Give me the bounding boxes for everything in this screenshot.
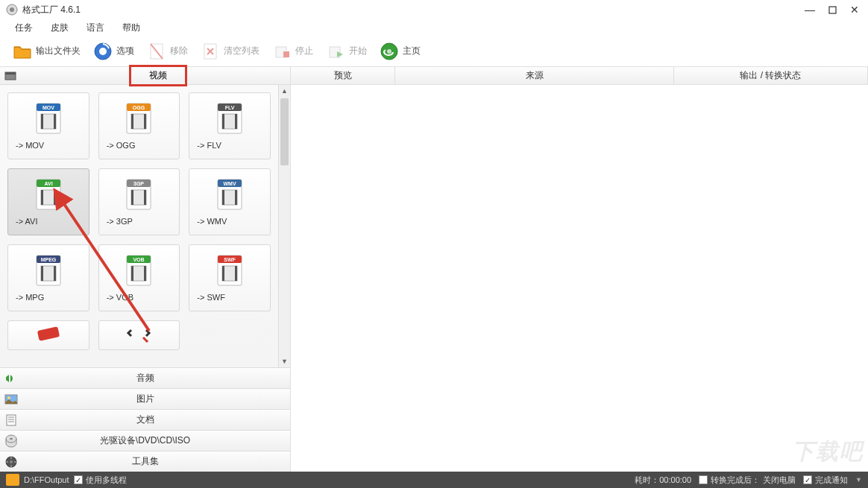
after-convert-option[interactable]: 转换完成后： 关闭电脑 — [699, 475, 796, 486]
menu-tasks[interactable]: 任务 — [7, 20, 40, 36]
format-label: -> 3GP — [107, 217, 133, 226]
column-output-status[interactable]: 输出 / 转换状态 — [674, 67, 868, 84]
svg-rect-37 — [41, 190, 43, 205]
notify-checkbox[interactable]: ✓ — [803, 475, 812, 484]
svg-rect-49 — [222, 190, 224, 205]
svg-point-78 — [10, 437, 13, 440]
format-icon-vob: VOB — [122, 254, 155, 287]
svg-text:WMV: WMV — [224, 181, 236, 186]
category-header-video[interactable]: 视频 — [0, 67, 290, 85]
svg-text:3GP: 3GP — [133, 181, 144, 186]
close-button[interactable]: ✕ — [850, 5, 859, 14]
remove-label: 移除 — [170, 45, 188, 57]
svg-rect-38 — [54, 190, 56, 205]
format-item-ogg[interactable]: OGG -> OGG — [98, 92, 180, 159]
format-label: -> FLV — [197, 141, 221, 150]
svg-text:VOB: VOB — [133, 257, 145, 262]
dropdown-icon[interactable]: ▼ — [855, 476, 862, 484]
scroll-thumb[interactable] — [280, 98, 289, 165]
table-body[interactable] — [291, 85, 868, 472]
svg-rect-69 — [37, 326, 60, 341]
format-icon-flv: FLV — [213, 102, 246, 135]
menu-help[interactable]: 帮助 — [115, 20, 148, 36]
svg-rect-61 — [131, 266, 133, 281]
format-item-avi[interactable]: AVI -> AVI — [7, 168, 89, 235]
svg-rect-67 — [222, 266, 224, 281]
left-panel: 视频 MOV -> MOV OGG — [0, 67, 291, 472]
format-icon-partial — [122, 324, 155, 346]
format-label: -> WMV — [197, 217, 227, 226]
scrollbar-vertical[interactable]: ▲ ▼ — [278, 85, 290, 367]
format-item-flv[interactable]: FLV -> FLV — [189, 92, 271, 159]
svg-rect-9 — [283, 51, 289, 57]
after-convert-value: 关闭电脑 — [763, 475, 796, 486]
category-disc-label: 光驱设备\DVD\CD\ISO — [100, 434, 190, 447]
menu-language[interactable]: 语言 — [79, 20, 112, 36]
remove-button[interactable]: 移除 — [142, 38, 192, 65]
output-folder-button[interactable]: 输出文件夹 — [7, 38, 85, 65]
after-convert-label: 转换完成后： — [711, 475, 760, 486]
format-item-partial[interactable] — [7, 320, 89, 350]
format-label: -> OGG — [107, 141, 136, 150]
notify-option[interactable]: ✓ 完成通知 — [803, 475, 848, 486]
disc-icon — [4, 434, 18, 448]
menu-skin[interactable]: 皮肤 — [43, 20, 76, 36]
options-icon — [92, 41, 113, 62]
svg-text:MOV: MOV — [43, 105, 54, 110]
scroll-down-arrow-icon[interactable]: ▼ — [279, 355, 290, 367]
format-item-wmv[interactable]: WMV -> WMV — [189, 168, 271, 235]
home-button[interactable]: 主页 — [374, 38, 425, 65]
format-icon-avi: AVI — [32, 178, 65, 211]
format-item-mov[interactable]: MOV -> MOV — [7, 92, 89, 159]
menubar: 任务 皮肤 语言 帮助 — [0, 19, 868, 36]
svg-point-80 — [10, 460, 13, 463]
format-item-vob[interactable]: VOB -> VOB — [98, 244, 180, 311]
format-icon-partial — [32, 324, 65, 346]
format-item-mpeg[interactable]: MPEG -> MPG — [7, 244, 89, 311]
category-tools-label: 工具集 — [132, 455, 159, 468]
category-disc[interactable]: 光驱设备\DVD\CD\ISO — [0, 430, 290, 451]
remove-icon — [146, 41, 167, 62]
column-source[interactable]: 来源 — [395, 67, 674, 84]
svg-rect-56 — [54, 266, 56, 281]
start-button[interactable]: 开始 — [321, 38, 371, 65]
notify-label: 完成通知 — [815, 475, 848, 486]
format-label: -> SWF — [197, 293, 225, 302]
format-icon-ogg: OGG — [122, 102, 155, 135]
svg-rect-14 — [5, 72, 16, 75]
output-folder-icon[interactable] — [6, 474, 19, 486]
svg-rect-25 — [131, 114, 133, 129]
minimize-button[interactable]: — — [805, 5, 814, 14]
column-preview[interactable]: 预览 — [291, 67, 395, 84]
clear-list-button[interactable]: 清空列表 — [195, 38, 264, 65]
stop-button[interactable]: 停止 — [267, 38, 318, 65]
after-convert-checkbox[interactable] — [699, 475, 708, 484]
multithread-checkbox[interactable]: ✓ — [74, 475, 83, 484]
category-audio[interactable]: 音频 — [0, 367, 290, 388]
svg-point-73 — [7, 396, 10, 399]
maximize-button[interactable] — [828, 5, 837, 14]
category-document[interactable]: 文档 — [0, 409, 290, 430]
multithread-option[interactable]: ✓ 使用多线程 — [74, 475, 127, 486]
svg-rect-32 — [235, 114, 237, 129]
category-tools[interactable]: 工具集 — [0, 451, 290, 472]
output-path[interactable]: D:\FFOutput — [24, 475, 69, 484]
svg-rect-20 — [54, 114, 56, 129]
start-icon — [325, 41, 346, 62]
titlebar: 格式工厂 4.6.1 — ✕ — [0, 0, 868, 19]
format-icon-mpeg: MPEG — [32, 254, 65, 287]
format-icon-3gp: 3GP — [122, 178, 155, 211]
svg-text:MPEG: MPEG — [41, 257, 57, 262]
format-item-partial[interactable] — [98, 320, 180, 350]
category-picture[interactable]: 图片 — [0, 388, 290, 409]
right-panel: 预览 来源 输出 / 转换状态 — [291, 67, 868, 472]
scroll-up-arrow-icon[interactable]: ▲ — [279, 85, 290, 97]
picture-icon — [4, 393, 18, 406]
format-item-3gp[interactable]: 3GP -> 3GP — [98, 168, 180, 235]
svg-point-4 — [99, 48, 107, 55]
options-button[interactable]: 选项 — [88, 38, 139, 65]
tools-icon — [4, 455, 18, 469]
svg-rect-62 — [144, 266, 146, 281]
options-label: 选项 — [116, 45, 134, 57]
format-item-swf[interactable]: SWF -> SWF — [189, 244, 271, 311]
